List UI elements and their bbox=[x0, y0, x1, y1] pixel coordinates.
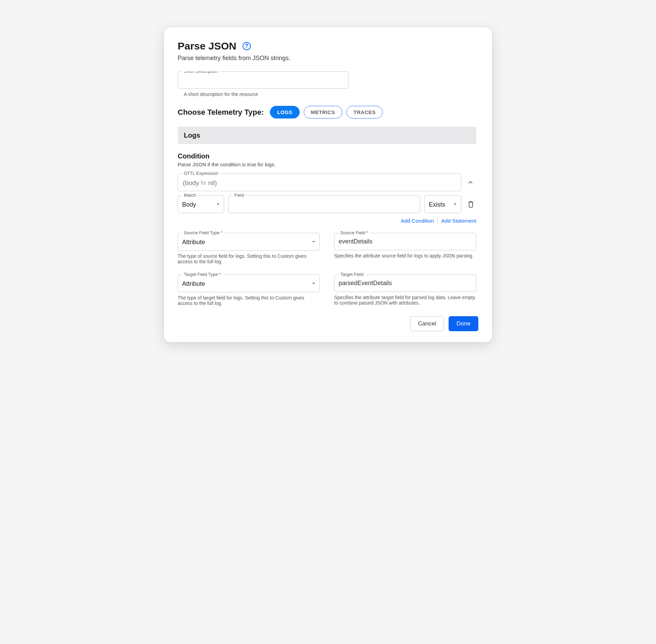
target-field-col: Target Field Specifies the attribute tar… bbox=[334, 275, 476, 306]
short-description-helper: A short description for the resource bbox=[184, 92, 348, 97]
condition-links: Add Condition Add Statement bbox=[178, 218, 476, 224]
page-title: Parse JSON bbox=[178, 40, 236, 52]
chevron-up-icon bbox=[468, 180, 473, 185]
condition-heading: Condition bbox=[178, 152, 476, 160]
scroll-area[interactable]: Short Description A short description fo… bbox=[178, 71, 480, 309]
source-field-col: Source Field * Specifies the attribute s… bbox=[334, 233, 476, 264]
target-field-type-col: Target Field Type * Attribute The type o… bbox=[178, 275, 320, 306]
page-subtitle: Parse telemetry fields from JSON strings… bbox=[178, 55, 478, 62]
target-field-input[interactable] bbox=[334, 275, 476, 292]
ottl-row: OTTL Expression bbox=[178, 173, 476, 191]
link-divider bbox=[437, 218, 438, 224]
source-field-type-label: Source Field Type * bbox=[182, 230, 224, 235]
telemetry-label: Choose Telemetry Type: bbox=[178, 108, 264, 117]
short-description-input[interactable] bbox=[178, 71, 348, 89]
match-select[interactable]: Body bbox=[178, 195, 224, 213]
add-condition-link[interactable]: Add Condition bbox=[401, 218, 434, 224]
telemetry-type-row: Choose Telemetry Type: LOGS METRICS TRAC… bbox=[178, 106, 476, 118]
delete-condition-button[interactable] bbox=[465, 195, 476, 213]
telemetry-pill-logs[interactable]: LOGS bbox=[270, 106, 300, 118]
dialog-card: Parse JSON ? Parse telemetry fields from… bbox=[164, 27, 492, 342]
telemetry-pill-metrics[interactable]: METRICS bbox=[304, 106, 342, 118]
target-field-label: Target Field bbox=[338, 272, 366, 277]
telemetry-pill-group: LOGS METRICS TRACES bbox=[270, 106, 383, 118]
source-field-label: Source Field * bbox=[338, 230, 370, 235]
target-field-helper: Specifies the attribute target field for… bbox=[334, 295, 476, 306]
exists-select[interactable]: Exists bbox=[424, 195, 461, 213]
telemetry-pill-traces[interactable]: TRACES bbox=[346, 106, 383, 118]
condition-row: Match Body Field Exists bbox=[178, 195, 476, 213]
source-field-type-select[interactable]: Attribute bbox=[178, 233, 320, 251]
section-band-logs: Logs bbox=[178, 127, 476, 144]
short-description-group: Short Description A short description fo… bbox=[178, 71, 348, 97]
source-field-type-value: Attribute bbox=[182, 239, 205, 246]
target-field-type-select[interactable]: Attribute bbox=[178, 275, 320, 292]
header-row: Parse JSON ? bbox=[178, 40, 478, 52]
match-label: Match bbox=[182, 193, 198, 198]
source-field-type-col: Source Field Type * Attribute The type o… bbox=[178, 233, 320, 264]
target-field-type-value: Attribute bbox=[182, 280, 205, 288]
match-value: Body bbox=[182, 201, 196, 208]
target-field-type-helper: The type of target field for logs. Setti… bbox=[178, 295, 320, 306]
help-icon[interactable]: ? bbox=[243, 42, 251, 50]
exists-value: Exists bbox=[429, 201, 445, 208]
source-field-helper: Specifies the attribute source field for… bbox=[334, 253, 476, 258]
target-field-type-label: Target Field Type * bbox=[182, 272, 223, 277]
field-input[interactable] bbox=[228, 195, 420, 213]
source-field-type-helper: The type of source field for logs. Setti… bbox=[178, 253, 320, 264]
add-statement-link[interactable]: Add Statement bbox=[441, 218, 476, 224]
short-description-label: Short Description bbox=[182, 71, 220, 74]
source-field-input[interactable] bbox=[334, 233, 476, 250]
footer-row: Cancel Done bbox=[178, 316, 478, 331]
done-button[interactable]: Done bbox=[449, 316, 478, 331]
ottl-expression-input[interactable] bbox=[178, 173, 461, 191]
cancel-button[interactable]: Cancel bbox=[410, 316, 444, 331]
ottl-label: OTTL Expression bbox=[182, 171, 220, 176]
collapse-toggle[interactable] bbox=[465, 173, 476, 191]
trash-icon bbox=[467, 200, 474, 208]
fields-grid: Source Field Type * Attribute The type o… bbox=[178, 233, 476, 306]
condition-desc: Parse JSON if the condition is true for … bbox=[178, 162, 476, 167]
field-label: Field bbox=[232, 193, 246, 198]
